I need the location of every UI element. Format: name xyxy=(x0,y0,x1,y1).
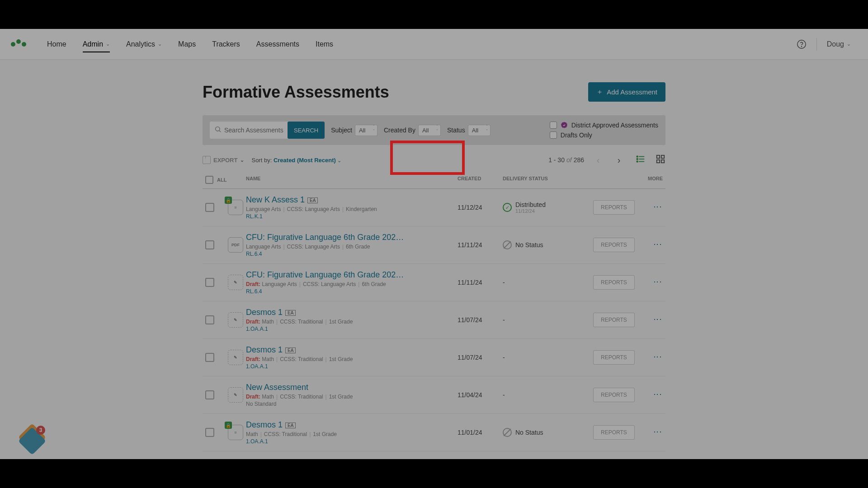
nav-trackers[interactable]: Trackers xyxy=(204,29,248,60)
standard-link[interactable]: 1.OA.A.1 xyxy=(246,438,458,445)
list-view-icon[interactable] xyxy=(636,154,646,166)
ea-badge: EA xyxy=(285,347,296,353)
table-row: 🔒≡ New K Assess 1EA Language Arts|CCSS: … xyxy=(203,189,665,226)
more-actions-icon[interactable]: ⋮ xyxy=(653,278,663,285)
nav-maps[interactable]: Maps xyxy=(170,29,204,60)
table-row: 🔒≡ Desmos 1EA Math|CCSS: Traditional|1st… xyxy=(203,414,665,451)
more-actions-icon[interactable]: ⋮ xyxy=(653,390,663,398)
row-checkbox[interactable] xyxy=(205,203,214,212)
assessment-type-icon: PDF xyxy=(228,237,243,253)
more-actions-icon[interactable]: ⋮ xyxy=(653,315,663,323)
assessment-type-icon: ✎ xyxy=(228,275,243,290)
status-ok-icon: ✓ xyxy=(503,203,512,212)
svg-point-9 xyxy=(637,161,638,162)
standard-link[interactable]: 1.OA.A.1 xyxy=(246,326,458,332)
pager-prev[interactable]: ‹ xyxy=(591,153,605,167)
assessment-meta: Language Arts|CCSS: Language Arts|Kinder… xyxy=(246,206,458,212)
search-wrap: SEARCH xyxy=(210,122,325,139)
filter-bar: SEARCH Subject All Created By All Status… xyxy=(203,115,665,145)
reports-button[interactable]: REPORTS xyxy=(593,388,635,402)
nav-items[interactable]: Items xyxy=(307,29,341,60)
subject-select[interactable]: All xyxy=(355,125,377,136)
status-select[interactable]: All xyxy=(468,125,491,136)
user-menu[interactable]: Doug⌄ xyxy=(821,40,857,48)
svg-point-7 xyxy=(637,156,638,157)
assessment-title[interactable]: Desmos 1 xyxy=(246,420,283,429)
svg-point-2 xyxy=(216,127,220,131)
more-actions-icon[interactable]: ⋮ xyxy=(653,353,663,360)
verified-icon xyxy=(561,122,568,129)
reports-button[interactable]: REPORTS xyxy=(593,200,635,215)
row-checkbox[interactable] xyxy=(205,315,214,324)
top-nav: Home Admin⌄ Analytics⌄ Maps Trackers Ass… xyxy=(0,29,868,60)
district-approved-checkbox[interactable]: District Approved Assessments xyxy=(550,122,658,129)
createdby-filter: Created By All xyxy=(384,125,441,136)
assessment-meta: Language Arts|CCSS: Language Arts|6th Gr… xyxy=(246,244,458,250)
row-checkbox[interactable] xyxy=(205,353,214,362)
standard-link[interactable]: RL.6.4 xyxy=(246,288,458,295)
assessment-title[interactable]: Desmos 1 xyxy=(246,308,283,317)
select-all-checkbox[interactable] xyxy=(205,176,213,184)
status-filter: Status All xyxy=(447,125,491,136)
assessment-title[interactable]: CFU: Figurative Language 6th Grade 202… xyxy=(246,233,404,242)
pager-next[interactable]: › xyxy=(612,153,626,167)
delivery-status: - xyxy=(503,316,593,324)
assessment-title[interactable]: Desmos 1 xyxy=(246,345,283,354)
status-none-icon xyxy=(503,240,512,249)
assessment-type-icon: ✎ xyxy=(228,387,243,403)
plus-icon: ＋ xyxy=(596,88,603,96)
help-icon[interactable] xyxy=(790,39,813,49)
assessment-title[interactable]: New K Assess 1 xyxy=(246,195,305,204)
reports-button[interactable]: REPORTS xyxy=(593,425,635,440)
delivery-status: No Status xyxy=(503,240,593,249)
chevron-down-icon: ⌄ xyxy=(847,41,851,47)
svg-rect-10 xyxy=(657,155,660,158)
subject-filter: Subject All xyxy=(331,125,377,136)
list-toolbar: EXPORT⌄ Sort by: Created (Most Recent) ⌄… xyxy=(203,145,665,171)
row-checkbox[interactable] xyxy=(205,240,214,249)
notification-badge[interactable]: 3 xyxy=(21,427,43,450)
delivery-status: - xyxy=(503,354,593,361)
nav-home[interactable]: Home xyxy=(39,29,75,60)
export-icon xyxy=(203,156,211,164)
standard-link[interactable]: RL.6.4 xyxy=(246,251,458,257)
nav-admin[interactable]: Admin⌄ xyxy=(75,29,118,60)
nav-assessments[interactable]: Assessments xyxy=(248,29,307,60)
reports-button[interactable]: REPORTS xyxy=(593,350,635,365)
page-title: Formative Assessments xyxy=(203,83,389,102)
standard-link[interactable]: 1.OA.A.1 xyxy=(246,363,458,370)
assessment-title[interactable]: New Assessment xyxy=(246,383,308,392)
standard-link[interactable]: RL.K.1 xyxy=(246,213,458,220)
ea-badge: EA xyxy=(285,422,296,428)
more-actions-icon[interactable]: ⋮ xyxy=(653,203,663,210)
drafts-only-checkbox[interactable]: Drafts Only xyxy=(550,131,658,139)
createdby-select[interactable]: All xyxy=(418,125,441,136)
assessment-type-icon: 🔒≡ xyxy=(228,425,243,440)
standard-link: No Standard xyxy=(246,401,458,407)
reports-button[interactable]: REPORTS xyxy=(593,313,635,327)
logo xyxy=(11,42,26,47)
col-more: MORE xyxy=(643,176,663,184)
export-button[interactable]: EXPORT⌄ xyxy=(203,156,244,164)
row-checkbox[interactable] xyxy=(205,428,214,437)
lock-icon: 🔒 xyxy=(225,422,232,429)
chevron-down-icon: ⌄ xyxy=(337,158,341,163)
sort-by[interactable]: Sort by: Created (Most Recent) ⌄ xyxy=(251,157,341,164)
delivery-status: ✓Distributed11/12/24 xyxy=(503,201,593,214)
reports-button[interactable]: REPORTS xyxy=(593,275,635,290)
nav-analytics[interactable]: Analytics⌄ xyxy=(118,29,170,60)
ea-badge: EA xyxy=(285,310,296,316)
search-input[interactable] xyxy=(224,127,288,134)
table-row: ✎ CFU: Figurative Language 6th Grade 202… xyxy=(203,264,665,301)
add-assessment-button[interactable]: ＋Add Assessment xyxy=(588,82,665,102)
more-actions-icon[interactable]: ⋮ xyxy=(653,428,663,435)
more-actions-icon[interactable]: ⋮ xyxy=(653,240,663,248)
reports-button[interactable]: REPORTS xyxy=(593,238,635,252)
chevron-down-icon: ⌄ xyxy=(240,157,244,163)
svg-rect-12 xyxy=(657,160,660,163)
search-button[interactable]: SEARCH xyxy=(288,122,325,139)
grid-view-icon[interactable] xyxy=(656,154,665,166)
row-checkbox[interactable] xyxy=(205,390,214,399)
assessment-title[interactable]: CFU: Figurative Language 6th Grade 202… xyxy=(246,270,404,279)
row-checkbox[interactable] xyxy=(205,278,214,287)
